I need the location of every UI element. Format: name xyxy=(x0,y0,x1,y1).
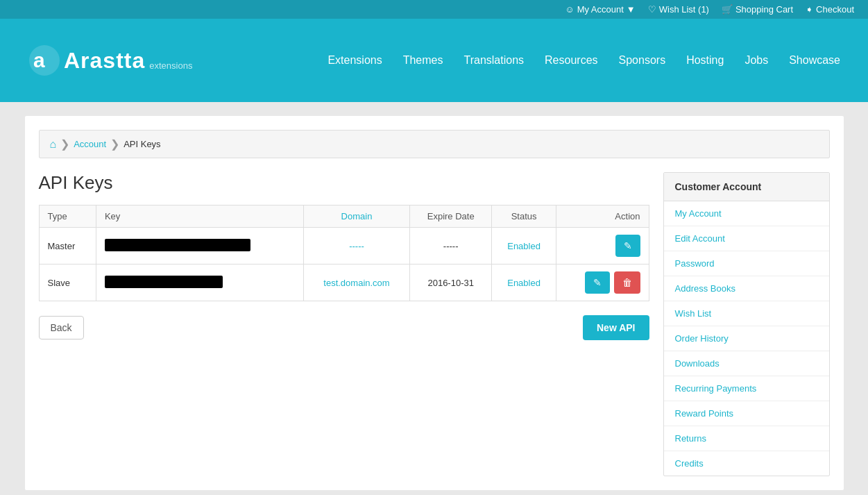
nav-sponsors[interactable]: Sponsors xyxy=(619,54,666,67)
row-domain-slave: test.domain.com xyxy=(303,265,409,301)
table-row: Master ----- ----- Enabled ✎ xyxy=(39,228,649,265)
dropdown-icon: ▼ xyxy=(627,4,636,15)
sidebar-header: Customer Account xyxy=(664,173,829,201)
row-type-slave: Slave xyxy=(39,265,96,301)
action-buttons-slave: ✎ 🗑 xyxy=(565,271,640,294)
domain-link-slave[interactable]: test.domain.com xyxy=(323,278,389,288)
user-icon: ☺ xyxy=(565,4,574,15)
wish-list-link[interactable]: ♡ Wish List (1) xyxy=(648,4,709,15)
page-title: API Keys xyxy=(39,172,649,194)
row-key-master xyxy=(96,228,303,265)
row-expire-slave: 2016-10-31 xyxy=(410,265,492,301)
sidebar-item-recurring-payments[interactable]: Recurring Payments xyxy=(664,376,829,401)
sidebar-item-reward-points[interactable]: Reward Points xyxy=(664,401,829,426)
domain-dash: ----- xyxy=(349,241,364,251)
col-action: Action xyxy=(556,205,649,228)
sidebar-item-my-account[interactable]: My Account xyxy=(664,201,829,226)
nav-themes[interactable]: Themes xyxy=(403,54,443,67)
home-icon: ⌂ xyxy=(50,138,57,150)
nav-translations[interactable]: Translations xyxy=(463,54,524,67)
header: a Arastta extensions Extensions Themes T… xyxy=(0,19,868,102)
col-domain: Domain xyxy=(303,205,409,228)
action-buttons-master: ✎ xyxy=(565,235,640,257)
api-keys-table: Type Key Domain Expire Date Status Actio… xyxy=(39,205,649,301)
row-action-master: ✎ xyxy=(556,228,649,265)
row-key-slave xyxy=(96,265,303,301)
sidebar-section: Customer Account My Account Edit Account… xyxy=(663,172,830,476)
main-panel: API Keys Type Key Domain Expire Date Sta… xyxy=(39,172,649,476)
nav-extensions[interactable]: Extensions xyxy=(327,54,382,67)
main-nav: Extensions Themes Translations Resources… xyxy=(327,54,840,67)
bottom-actions: Back New API xyxy=(39,315,649,340)
delete-button-slave[interactable]: 🗑 xyxy=(614,271,640,294)
sidebar-item-wish-list[interactable]: Wish List xyxy=(664,301,829,326)
logo-svg-icon: a xyxy=(28,44,61,77)
row-type-master: Master xyxy=(39,228,96,265)
nav-showcase[interactable]: Showcase xyxy=(789,54,840,67)
row-action-slave: ✎ 🗑 xyxy=(556,265,649,301)
checkout-link[interactable]: ➧ Checkout xyxy=(806,4,854,15)
new-api-button[interactable]: New API xyxy=(583,315,649,340)
edit-button-master[interactable]: ✎ xyxy=(615,235,640,257)
sidebar: Customer Account My Account Edit Account… xyxy=(663,172,830,476)
logo[interactable]: a Arastta extensions xyxy=(28,44,192,77)
col-type: Type xyxy=(39,205,96,228)
col-key: Key xyxy=(96,205,303,228)
edit-button-slave[interactable]: ✎ xyxy=(585,271,610,294)
nav-resources[interactable]: Resources xyxy=(545,54,597,67)
breadcrumb-sep-2: ❯ xyxy=(110,137,119,151)
row-domain-master: ----- xyxy=(303,228,409,265)
heart-icon: ♡ xyxy=(648,4,656,15)
nav-jobs[interactable]: Jobs xyxy=(744,54,768,67)
breadcrumb: ⌂ ❯ Account ❯ API Keys xyxy=(39,130,830,158)
logo-sub: extensions xyxy=(149,60,192,71)
nav-hosting[interactable]: Hosting xyxy=(686,54,724,67)
col-expire: Expire Date xyxy=(410,205,492,228)
sidebar-item-downloads[interactable]: Downloads xyxy=(664,351,829,376)
svg-text:a: a xyxy=(33,49,45,72)
sidebar-item-credits[interactable]: Credits xyxy=(664,451,829,476)
col-status: Status xyxy=(492,205,556,228)
sidebar-item-edit-account[interactable]: Edit Account xyxy=(664,226,829,251)
breadcrumb-account[interactable]: Account xyxy=(74,139,106,149)
sidebar-item-address-books[interactable]: Address Books xyxy=(664,276,829,301)
share-icon: ➧ xyxy=(806,4,813,15)
my-account-link[interactable]: ☺ My Account ▼ xyxy=(565,4,635,15)
breadcrumb-sep-1: ❯ xyxy=(60,137,69,151)
sidebar-item-password[interactable]: Password xyxy=(664,251,829,276)
table-row: Slave test.domain.com 2016-10-31 Enabled… xyxy=(39,265,649,301)
key-value-slave xyxy=(105,276,223,288)
row-status-slave: Enabled xyxy=(492,265,556,301)
cart-icon: 🛒 xyxy=(722,4,733,15)
sidebar-item-returns[interactable]: Returns xyxy=(664,426,829,451)
shopping-cart-link[interactable]: 🛒 Shopping Cart xyxy=(722,4,793,15)
breadcrumb-home[interactable]: ⌂ xyxy=(50,138,57,151)
main-wrapper: ⌂ ❯ Account ❯ API Keys API Keys Type Key… xyxy=(25,116,844,490)
content-layout: API Keys Type Key Domain Expire Date Sta… xyxy=(39,172,830,476)
key-value-master xyxy=(105,239,250,251)
breadcrumb-current: API Keys xyxy=(124,139,160,149)
sidebar-item-order-history[interactable]: Order History xyxy=(664,326,829,351)
back-button[interactable]: Back xyxy=(39,316,84,339)
row-expire-master: ----- xyxy=(410,228,492,265)
row-status-master: Enabled xyxy=(492,228,556,265)
logo-name: Arastta xyxy=(64,48,145,74)
top-bar: ☺ My Account ▼ ♡ Wish List (1) 🛒 Shoppin… xyxy=(0,0,868,19)
